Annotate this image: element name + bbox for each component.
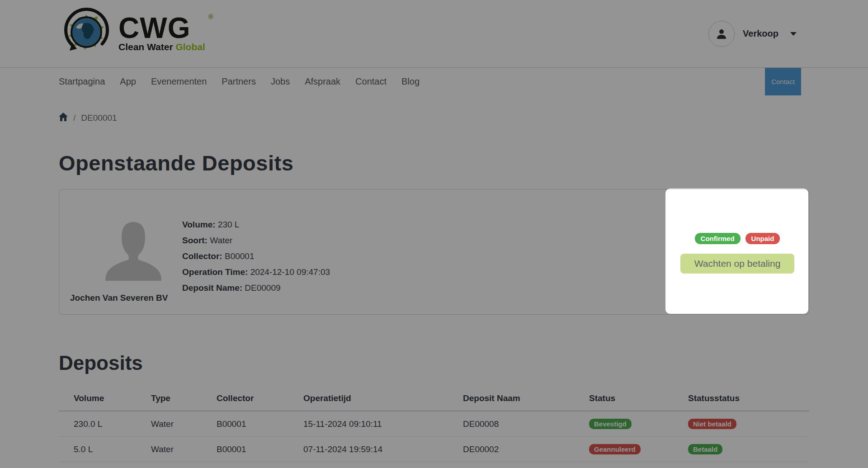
user-name-label: Verkoop (743, 28, 778, 39)
brand-tagline: Clean Water Global (118, 42, 205, 52)
col-header-collector: Collector (217, 385, 303, 411)
status-badge: Bevestigd (589, 419, 632, 429)
owner-column: Jochen Van Severen BV (59, 189, 182, 314)
status-column: Confirmed Unpaid Wachten op betaling (666, 189, 809, 314)
cell-operatietijd: 15-11-2024 09:10:11 (303, 411, 463, 437)
deposits-section-title: Deposits (59, 352, 809, 374)
nav-item-startpagina[interactable]: Startpagina (59, 76, 105, 87)
cell-operatietijd: 07-11-2024 19:59:14 (303, 437, 463, 462)
deposit-detail-card: Jochen Van Severen BV Volume: 230 L Soor… (59, 189, 809, 315)
col-header-status: Status (589, 385, 688, 411)
status-badge: Geannuleerd (589, 444, 641, 454)
cell-deposit-naam: DE00008 (463, 411, 589, 437)
user-menu[interactable]: Verkoop (708, 21, 797, 47)
payment-status-badge: Niet betaald (688, 419, 736, 429)
cell-statusstatus: Niet betaald (688, 411, 809, 437)
col-header-type: Type (151, 385, 217, 411)
cell-volume: 230.0 L (59, 411, 151, 437)
cell-status: Geannuleerd (589, 437, 688, 462)
cell-type: Water (151, 437, 217, 462)
col-header-operatietijd: Operatietijd (303, 385, 463, 411)
person-icon (716, 28, 727, 40)
col-header-deposit-naam: Deposit Naam (463, 385, 589, 411)
status-badge-unpaid: Unpaid (745, 233, 780, 244)
payment-status-badge: Betaald (688, 444, 722, 454)
nav-item-jobs[interactable]: Jobs (271, 76, 290, 87)
cell-status: Bevestigd (589, 411, 688, 437)
nav-item-contact[interactable]: Contact (355, 76, 387, 87)
table-row: 230.0 L Water B00001 15-11-2024 09:10:11… (59, 411, 809, 437)
person-silhouette-icon (101, 216, 165, 287)
breadcrumb-separator: / (73, 113, 75, 123)
field-collector: Collector: B00001 (182, 248, 666, 264)
owner-avatar-placeholder (101, 216, 165, 287)
cell-deposit-naam: DE00002 (463, 437, 589, 462)
col-header-volume: Volume (59, 385, 151, 411)
owner-name: Jochen Van Severen BV (70, 293, 182, 303)
table-row: 5.0 L Water B00001 07-11-2024 19:59:14 D… (59, 437, 809, 462)
chevron-down-icon (790, 32, 797, 36)
registered-mark: ® (208, 13, 213, 20)
table-header-row: Volume Type Collector Operatietijd Depos… (59, 385, 809, 411)
nav-item-blog[interactable]: Blog (401, 76, 420, 87)
user-avatar (708, 21, 735, 47)
field-volume: Volume: 230 L (182, 217, 666, 232)
breadcrumb-current: DE00001 (81, 113, 117, 123)
cell-collector: B00001 (217, 411, 303, 437)
status-badge-confirmed: Confirmed (695, 233, 741, 244)
nav-item-afspraak[interactable]: Afspraak (305, 76, 340, 87)
field-deposit-name: Deposit Name: DE00009 (182, 280, 666, 296)
cell-statusstatus: Betaald (688, 437, 809, 462)
col-header-statusstatus: Statusstatus (688, 385, 809, 411)
breadcrumb: / DE00001 (59, 113, 809, 123)
wait-for-payment-button[interactable]: Wachten op betaling (680, 254, 794, 274)
deposits-table: Volume Type Collector Operatietijd Depos… (59, 385, 809, 462)
nav-item-evenementen[interactable]: Evenementen (151, 76, 207, 87)
contact-cta-button[interactable]: Contact (765, 68, 801, 95)
main-navbar: Startpagina App Evenementen Partners Job… (0, 68, 868, 95)
nav-item-partners[interactable]: Partners (222, 76, 256, 87)
field-soort: Soort: Water (182, 232, 666, 248)
cell-collector: B00001 (217, 437, 303, 462)
nav-item-app[interactable]: App (120, 76, 136, 87)
field-operation-time: Operation Time: 2024-12-10 09:47:03 (182, 264, 666, 280)
cell-type: Water (151, 411, 217, 437)
home-icon[interactable] (59, 113, 68, 123)
deposit-info-column: Volume: 230 L Soort: Water Collector: B0… (182, 189, 666, 314)
cell-volume: 5.0 L (59, 437, 151, 462)
globe-recycle-icon (59, 5, 114, 62)
page-title: Openstaande Deposits (59, 151, 809, 175)
brand-logo[interactable]: CWG® Clean Water Global (59, 5, 213, 62)
brand-acronym: CWG (118, 12, 190, 44)
site-header: CWG® Clean Water Global Verkoop (0, 0, 868, 68)
